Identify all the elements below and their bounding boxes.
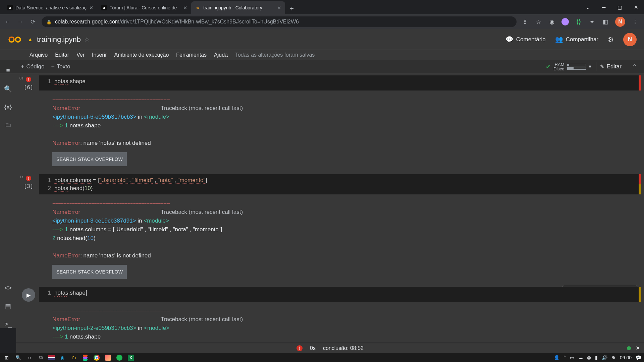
code-editor[interactable]: 1notas.columns = ["UsuarioId" , "filmeid…	[39, 174, 641, 194]
system-tray: 👤 ˄ ▭ ☁ ◎ ▮ 🔊 ⚞ 09:00 💬	[554, 355, 641, 360]
menu-runtime[interactable]: Ambiente de execução	[114, 52, 169, 58]
search-stackoverflow-button[interactable]: SEARCH STACK OVERFLOW	[52, 152, 127, 166]
elapsed: 0s	[19, 76, 23, 80]
taskview-icon[interactable]: ⧉	[37, 354, 45, 362]
close-window-icon[interactable]: ✕	[628, 1, 644, 14]
cell-output: ----------------------------------------…	[39, 302, 641, 343]
browser-tab[interactable]: a Data Science: analise e visualizaç ✕	[3, 1, 97, 14]
start-icon[interactable]: ⊞	[3, 354, 11, 362]
extensions-icon[interactable]: ✦	[588, 18, 596, 25]
extension-green-icon[interactable]: ⟨⟩	[575, 18, 582, 25]
share-icon[interactable]: ⇪	[521, 18, 529, 25]
edit-mode-button[interactable]: ✎Editar	[596, 62, 625, 71]
chevron-down-icon[interactable]: ▾	[589, 63, 591, 70]
menu-help[interactable]: Ajuda	[214, 52, 228, 58]
document-title[interactable]: training.ipynb	[37, 35, 81, 44]
settings-icon[interactable]: ⚙	[608, 36, 614, 44]
sidepanel-icon[interactable]: ◧	[602, 18, 609, 25]
tray-chevron-icon[interactable]: ˄	[564, 355, 566, 360]
notifications-icon[interactable]: 💬	[636, 355, 641, 360]
resources-indicator[interactable]: ✔ RAMDisco ▾	[546, 62, 591, 71]
add-text-button[interactable]: +Texto	[48, 62, 73, 71]
minimize-icon[interactable]: ─	[596, 1, 612, 14]
browser-tab-active[interactable]: ∞ training.ipynb - Colaboratory ✕	[191, 1, 285, 14]
wifi-icon[interactable]: ⚞	[611, 355, 616, 360]
chevron-down-icon[interactable]: ⌄	[580, 1, 596, 14]
collapse-icon[interactable]: ⌃	[630, 63, 639, 70]
profile-avatar[interactable]: N	[615, 17, 625, 27]
colab-header: ▲ training.ipynb ☆ 💬Comentário 👥Comparti…	[0, 29, 644, 50]
text-cursor	[86, 290, 87, 296]
close-status-icon[interactable]: ✕	[636, 345, 640, 351]
volume-icon[interactable]: 🔊	[602, 355, 607, 360]
menu-view[interactable]: Ver	[76, 52, 85, 58]
star-icon[interactable]: ☆	[84, 36, 90, 43]
files-icon[interactable]: 🗀	[4, 121, 12, 129]
error-status-icon: !	[26, 77, 31, 82]
traceback-link[interactable]: <ipython-input-3-ce19cb387d91>	[52, 218, 136, 224]
cell-gutter[interactable]: ▶	[18, 287, 39, 302]
cell-output: ----------------------------------------…	[39, 194, 641, 282]
chrome-icon[interactable]	[93, 354, 101, 362]
edge-icon[interactable]: ◉	[58, 354, 66, 362]
search-stackoverflow-button[interactable]: SEARCH STACK OVERFLOW	[52, 265, 127, 279]
kebab-menu-icon[interactable]: ⋮	[631, 18, 639, 25]
close-icon[interactable]: ✕	[183, 5, 187, 10]
camera-icon[interactable]: ◉	[548, 18, 555, 25]
search-icon[interactable]: 🔍	[4, 85, 12, 93]
app-icon[interactable]	[48, 355, 55, 360]
people-icon[interactable]: 👤	[554, 355, 559, 360]
maximize-icon[interactable]: ▢	[612, 1, 628, 14]
lock-icon: 🔒	[46, 19, 52, 24]
clock[interactable]: 09:00	[620, 355, 632, 360]
variables-icon[interactable]: {x}	[4, 103, 12, 111]
explorer-icon[interactable]: 🗀	[70, 354, 78, 362]
menu-edit[interactable]: Editar	[55, 52, 69, 58]
menu-file[interactable]: Arquivo	[30, 52, 48, 58]
onedrive-icon[interactable]: ☁	[578, 355, 583, 360]
error-strip	[639, 174, 641, 194]
left-sidebar: ≡ 🔍 {x} 🗀 <> ▤ >_	[0, 73, 16, 328]
comment-button[interactable]: 💬Comentário	[505, 36, 546, 43]
cell-gutter[interactable]: ! [6] 0s	[18, 75, 39, 90]
colab-logo-icon[interactable]	[7, 32, 22, 47]
run-button[interactable]: ▶	[22, 288, 35, 302]
tab-title: training.ipynb - Colaboratory	[203, 5, 274, 10]
battery-icon[interactable]: ▮	[595, 355, 598, 360]
browser-tab[interactable]: a Fórum | Alura - Cursos online de ✕	[97, 1, 191, 14]
cell-gutter[interactable]: ! [3] 1s	[18, 174, 39, 194]
app-multi-icon[interactable]	[104, 354, 112, 362]
forward-button[interactable]: →	[16, 18, 24, 25]
location-icon[interactable]: ◎	[587, 355, 591, 360]
error-indicator-icon[interactable]: !	[297, 345, 303, 351]
save-status[interactable]: Todas as alterações foram salvas	[235, 52, 315, 58]
url-input[interactable]: 🔒 colab.research.google.com/drive/1TPQIj…	[42, 16, 517, 27]
reload-button[interactable]: ⟳	[29, 18, 37, 25]
close-icon[interactable]: ✕	[89, 5, 93, 10]
traceback-link[interactable]: <ipython-input-6-e059b317bcb3>	[52, 114, 136, 120]
pencil-icon: ✎	[600, 63, 604, 70]
code-snippets-icon[interactable]: <>	[4, 284, 12, 292]
terminal-icon[interactable]: >_	[4, 320, 12, 328]
back-button[interactable]: ←	[3, 18, 11, 25]
figma-icon[interactable]	[81, 354, 89, 362]
add-code-button[interactable]: +Código	[17, 62, 48, 71]
code-editor[interactable]: 1notas.shape	[39, 287, 641, 302]
command-palette-icon[interactable]: ▤	[4, 302, 12, 310]
bookmark-icon[interactable]: ☆	[535, 18, 542, 25]
spotify-icon[interactable]	[115, 354, 123, 362]
cortana-icon[interactable]: ○	[25, 354, 34, 362]
menu-tools[interactable]: Ferramentas	[176, 52, 207, 58]
share-button[interactable]: 👥Compartilhar	[555, 36, 598, 43]
account-avatar[interactable]: N	[623, 33, 637, 46]
extension-purple-icon[interactable]	[561, 18, 569, 25]
toc-icon[interactable]: ≡	[4, 67, 12, 75]
menu-insert[interactable]: Inserir	[92, 52, 107, 58]
excel-icon[interactable]: X	[127, 354, 135, 362]
taskbar-search-icon[interactable]: 🔍	[14, 354, 22, 362]
close-icon[interactable]: ✕	[277, 5, 281, 10]
code-cell: ! [6] 0s 1notas.shape ------------------…	[18, 75, 641, 170]
code-editor[interactable]: 1notas.shape	[39, 75, 641, 90]
meet-now-icon[interactable]: ▭	[570, 355, 574, 360]
new-tab-button[interactable]: +	[286, 3, 297, 14]
